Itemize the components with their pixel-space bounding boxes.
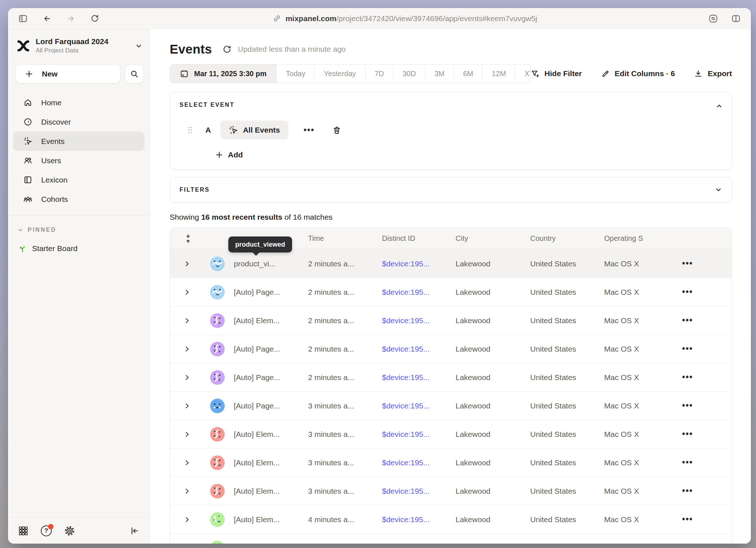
row-expand-chevron-icon[interactable] xyxy=(185,317,190,324)
split-view-icon[interactable] xyxy=(731,14,741,23)
row-more-button[interactable]: ••• xyxy=(682,259,693,268)
table-row[interactable]: [Auto] Elem... 3 minutes a... $device:19… xyxy=(170,477,732,505)
distinct-id-link[interactable]: $device:195... xyxy=(382,259,456,268)
trash-icon[interactable] xyxy=(332,125,342,135)
table-row[interactable]: [Auto] Elem... 2 minutes a... $device:19… xyxy=(170,306,732,335)
table-row[interactable]: [Auto] Elem... 3 minutes a... $device:19… xyxy=(170,449,732,477)
row-more-button[interactable]: ••• xyxy=(682,373,693,381)
row-more-button[interactable]: ••• xyxy=(682,430,693,438)
distinct-id-link[interactable]: $device:195... xyxy=(382,316,456,325)
event-name[interactable]: [Auto] Elem... xyxy=(225,487,308,496)
row-expand-chevron-icon[interactable] xyxy=(185,260,190,267)
refresh-results-icon[interactable] xyxy=(222,44,232,54)
row-expand-chevron-icon[interactable] xyxy=(185,402,190,410)
column-header-os[interactable]: Operating S xyxy=(604,234,681,243)
date-preset-12m[interactable]: 12M xyxy=(482,64,515,83)
event-name[interactable]: [Auto] Page... xyxy=(225,373,308,382)
drag-handle-icon[interactable] xyxy=(188,126,192,134)
apps-grid-icon[interactable] xyxy=(18,526,28,536)
table-row[interactable]: [Auto] Elem... 4 minutes a... $device:19… xyxy=(170,505,732,534)
date-preset-3m[interactable]: 3M xyxy=(425,64,454,83)
row-expand-chevron-icon[interactable] xyxy=(185,289,190,296)
event-selector-chip[interactable]: All Events xyxy=(220,121,288,140)
event-name[interactable]: [Auto] Page... xyxy=(225,345,308,353)
row-expand-chevron-icon[interactable] xyxy=(185,345,190,353)
project-subtitle: All Project Data xyxy=(36,47,130,54)
table-row[interactable]: [Auto] Elem... 3 minutes a... $device:19… xyxy=(170,420,732,449)
row-expand-chevron-icon[interactable] xyxy=(185,374,190,381)
distinct-id-link[interactable]: $device:195... xyxy=(382,402,456,410)
new-button[interactable]: New xyxy=(15,64,121,83)
sidebar-toggle-icon[interactable] xyxy=(18,14,28,23)
add-event-button[interactable]: Add xyxy=(215,150,722,159)
collapse-rows-icon[interactable] xyxy=(185,234,192,244)
custom-date-segment[interactable]: Mar 11, 2025 3:30 pm xyxy=(170,64,276,83)
row-more-button[interactable]: ••• xyxy=(682,345,693,353)
back-button-icon[interactable] xyxy=(42,14,52,23)
table-row[interactable]: [Auto] Page... 2 minutes a... $device:19… xyxy=(170,278,732,306)
row-expand-chevron-icon[interactable] xyxy=(185,516,190,523)
edit-columns-button[interactable]: Edit Columns · 6 xyxy=(601,69,675,78)
date-preset-today[interactable]: Today xyxy=(276,64,314,83)
sidebar-item-lexicon[interactable]: Lexicon xyxy=(13,170,145,189)
table-row[interactable]: [Auto] Page... 2 minutes a... $device:19… xyxy=(170,335,732,363)
page-settings-icon[interactable] xyxy=(708,14,718,23)
date-preset-xtd[interactable]: XTD xyxy=(515,64,531,83)
export-button[interactable]: Export xyxy=(694,69,732,78)
date-preset-yesterday[interactable]: Yesterday xyxy=(314,64,365,83)
date-preset-7d[interactable]: 7D xyxy=(365,64,393,83)
sidebar-item-cohorts[interactable]: Cohorts xyxy=(13,189,145,209)
date-preset-30d[interactable]: 30D xyxy=(393,64,425,83)
sidebar-item-events[interactable]: Events xyxy=(13,132,145,151)
distinct-id-link[interactable]: $device:195... xyxy=(382,487,456,496)
distinct-id-link[interactable]: $device:195... xyxy=(382,288,456,297)
row-expand-chevron-icon[interactable] xyxy=(185,459,190,466)
refresh-page-icon[interactable] xyxy=(90,14,99,23)
event-more-button[interactable]: ••• xyxy=(304,126,315,134)
sidebar-item-starter-board[interactable]: Starter Board xyxy=(18,244,150,253)
help-button[interactable]: ? xyxy=(41,525,52,536)
row-more-button[interactable]: ••• xyxy=(682,316,693,325)
sidebar-item-home[interactable]: Home xyxy=(13,93,145,112)
event-name[interactable]: product_vi... xyxy=(225,259,308,268)
hide-filter-button[interactable]: Hide Filter xyxy=(531,69,582,78)
table-row[interactable]: [Auto] Page... 3 minutes a... $device:19… xyxy=(170,392,732,420)
event-name[interactable]: [Auto] Elem... xyxy=(225,430,308,439)
event-name[interactable]: [Auto] Elem... xyxy=(225,316,308,325)
event-name[interactable]: [Auto] Elem... xyxy=(225,515,308,524)
pinned-section-toggle[interactable]: PINNED xyxy=(17,227,150,233)
distinct-id-link[interactable]: $device:195... xyxy=(382,458,456,467)
column-header-time[interactable]: Time xyxy=(308,234,382,243)
forward-button-icon[interactable] xyxy=(66,14,76,23)
row-more-button[interactable]: ••• xyxy=(682,458,693,467)
distinct-id-link[interactable]: $device:195... xyxy=(382,373,456,382)
distinct-id-link[interactable]: $device:195... xyxy=(382,430,456,439)
chevron-up-icon[interactable] xyxy=(716,102,723,110)
collapse-sidebar-icon[interactable] xyxy=(130,526,139,536)
project-switcher[interactable]: Lord Farquaad 2024 All Project Data xyxy=(16,37,142,54)
event-name[interactable]: [Auto] Elem... xyxy=(225,458,308,467)
row-expand-chevron-icon[interactable] xyxy=(185,488,190,495)
sidebar-item-users[interactable]: Users xyxy=(13,151,145,170)
row-more-button[interactable]: ••• xyxy=(682,487,693,495)
distinct-id-link[interactable]: $device:195... xyxy=(382,515,456,524)
row-expand-chevron-icon[interactable] xyxy=(185,431,190,438)
row-more-button[interactable]: ••• xyxy=(682,515,693,524)
address-bar[interactable]: mixpanel.com/project/3472420/view/397469… xyxy=(127,14,682,23)
column-header-city[interactable]: City xyxy=(456,234,530,243)
chevron-down-icon[interactable] xyxy=(715,186,722,193)
row-more-button[interactable]: ••• xyxy=(682,402,693,410)
column-header-distinct-id[interactable]: Distinct ID xyxy=(382,234,456,243)
row-more-button[interactable]: ••• xyxy=(682,288,693,296)
date-preset-6m[interactable]: 6M xyxy=(454,64,483,83)
event-name[interactable]: [Auto] Page... xyxy=(225,402,308,410)
event-name[interactable]: [Auto] Page... xyxy=(225,288,308,297)
distinct-id-link[interactable]: $device:195... xyxy=(382,345,456,353)
table-row[interactable]: [Auto] Page... 2 minutes a... $device:19… xyxy=(170,363,732,392)
settings-gear-icon[interactable] xyxy=(64,525,75,536)
table-row[interactable]: ••• xyxy=(170,534,732,544)
search-button[interactable] xyxy=(125,64,144,83)
sidebar-item-discover[interactable]: Discover xyxy=(13,112,145,132)
column-header-country[interactable]: Country xyxy=(530,234,604,243)
event-country: United States xyxy=(530,430,604,439)
